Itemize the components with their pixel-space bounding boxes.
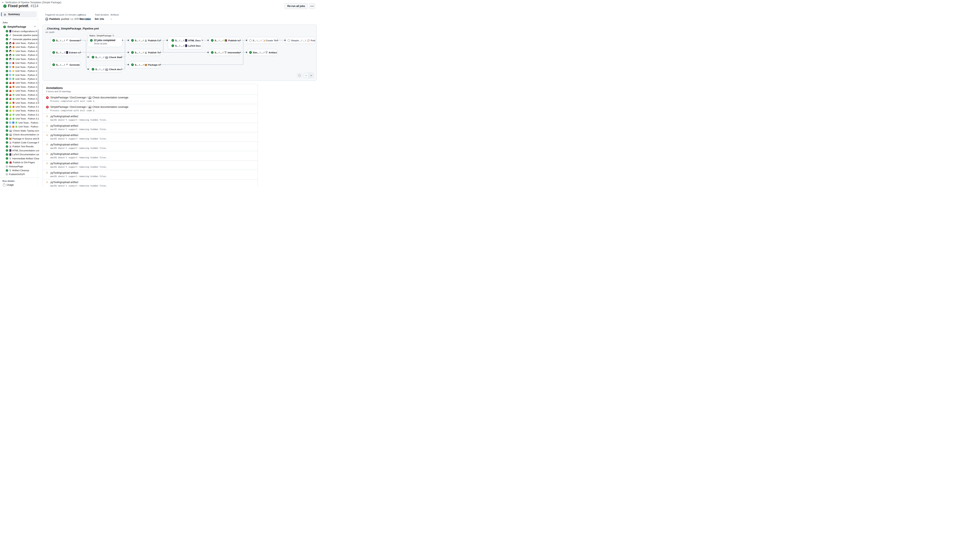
sidebar-job-item[interactable]: LaTeX Documentation using ... [0,152,39,157]
sidebar-item-summary[interactable]: Summary [2,11,37,17]
sidebar-job-item[interactable]: Unit Tests - Python 3.12 [0,93,39,97]
zoom-out-button[interactable]: − [303,73,308,78]
job-label: Unit Tests - Python 3.13 [16,97,39,100]
graph-node-gen2[interactable]: S... / ... / Generate pipelin...0s [50,61,80,68]
sidebar-item-usage[interactable]: Usage [0,183,39,187]
sidebar-job-item[interactable]: Unit Tests - Python 3.10 [0,105,39,108]
sidebar-job-item[interactable]: Unit Tests - Python 3.9 [0,41,39,45]
check-icon [6,97,8,100]
sidebar-job-item[interactable]: Unit Tests - Python 3.10 [0,45,39,49]
warn-icon [46,134,49,136]
annotation-warning[interactable]: pyTooling/upload-artifactmacOS doesn't s… [43,132,258,141]
annotation-error[interactable]: SimplePackage / DocCoverage / Check docu… [43,104,258,113]
tux-icon [9,42,11,44]
check-icon [6,102,8,104]
annotation-warning[interactable]: pyTooling/upload-artifactmacOS doesn't s… [43,160,258,170]
workflow-file-name: _Checking_SimplePackage_Pipeline.yml [46,27,99,30]
dot-green-lt-icon [13,54,14,56]
graph-node-pubcov[interactable]: S... / ... / Publish Code C...20s [129,37,160,44]
graph-node-artifact[interactable]: Sim... / ... / Artifact Cleanup4s [247,49,277,56]
sidebar-job-item[interactable]: Unit Tests - Python 3.12 [0,121,39,125]
sidebar-job-item[interactable]: Extract configurations from p... [0,29,39,33]
dot-green-icon [12,78,14,80]
annotation-warning[interactable]: pyTooling/upload-artifactmacOS doesn't s… [43,170,258,179]
sidebar-job-item[interactable]: Unit Tests - Python 3.13 [0,117,39,121]
avatar[interactable] [45,17,48,20]
graph-node-package[interactable]: S... / ... / Package in Sou...18s [129,61,160,68]
graph-node-intermediate[interactable]: S... / ... / Intermediate A...16s [209,49,240,56]
show-all-jobs-link[interactable]: Show all jobs [94,42,122,45]
sidebar-job-item[interactable]: Unit Tests - Python 3.12 [0,113,39,116]
sidebar-job-item[interactable]: Publish Test Results [0,144,39,149]
sidebar-job-item[interactable]: PublishOnPyPI [0,173,39,176]
sidebar-job-item[interactable]: Unit Tests - Python 3.10 [0,85,39,89]
node-prefix: S... / ... / [253,39,261,42]
sidebar-job-item[interactable]: Unit Tests - Python 3.12 [0,125,39,129]
sidebar-job-item[interactable]: Generate pipeline parameters [0,33,39,37]
fullscreen-button[interactable] [297,73,302,78]
annotation-warning[interactable]: pyTooling/upload-artifactmacOS doesn't s… [43,179,258,187]
job-label: Unit Tests - Python 3.10 [16,86,39,88]
node-prefix: S... / ... / [56,64,65,66]
sidebar-job-list: Extract configurations from p...Generate… [0,29,39,176]
graph-node-pypi[interactable]: Simple... / ... / Publish to PyPI [286,37,316,44]
sidebar-job-item[interactable]: Unit Tests - Python 3.9 [0,101,39,105]
more-options-button[interactable]: ••• [309,3,315,9]
node-label: Generate pipelin... [69,64,80,66]
check-icon [92,56,94,58]
sidebar-job-item[interactable]: Unit Tests - Python 3.13 [0,57,39,61]
node-label: Artifact Cleanup [269,51,277,54]
sidebar-job-item[interactable]: Publish to GH-Pages [0,160,39,164]
graph-node-checkdoc[interactable]: S... / ... / Check docume...18s [90,66,121,73]
graph-node-gen1[interactable]: S... / ... / Generate pipelin...0s [50,37,80,44]
sidebar-job-item[interactable]: Unit Tests - Python 3.11 [0,49,39,53]
sidebar-scrollbar-thumb[interactable] [38,29,39,103]
annotation-warning[interactable]: pyTooling/upload-artifactmacOS doesn't s… [43,123,258,132]
graph-node-pubtest[interactable]: S... / ... / Publish Test Re...13s [129,49,160,56]
sidebar-job-item[interactable]: Generate pipeline parameters [0,37,39,41]
sidebar-job-item[interactable]: Unit Tests - Python 3.9 [0,61,39,65]
sidebar-job-item[interactable]: Publish Code Coverage Results [0,141,39,144]
job-label: Unit Tests - Python 3.13 [16,118,39,120]
node-prefix: S... / ... / [135,64,144,66]
dot-red-icon [13,82,14,84]
sidebar-job-item[interactable]: Package in Source and Wheel... [0,136,39,141]
annotation-warning[interactable]: pyTooling/upload-artifactmacOS doesn't s… [43,151,258,160]
sidebar-job-item[interactable]: Unit Tests - Python 3.11 [0,109,39,113]
annotation-error[interactable]: SimplePackage / DocCoverage / Check docu… [43,94,258,104]
rerun-all-jobs-button[interactable]: Re-run all jobs [285,3,308,9]
matrix-node[interactable]: 22 jobs completed Show all jobs [88,37,122,47]
sidebar-job-item[interactable]: Unit Tests - Python 3.13 [0,77,39,81]
workflow-graph-card: _Checking_SimplePackage_Pipeline.yml on:… [42,25,317,81]
graph-node-checkstatic[interactable]: S... / ... / Check Static Ty...17s [90,54,121,61]
node-label: Publish Test Re... [148,51,160,54]
annotation-warning[interactable]: pyTooling/upload-artifactmacOS doesn't s… [43,113,258,123]
sidebar-job-item[interactable]: Unit Tests - Python 3.11 [0,69,39,73]
job-label: Unit Tests - Python 3.12 [16,113,39,116]
sidebar-job-item[interactable]: Unit Tests - Python 3.12 [0,53,39,57]
sidebar-job-item[interactable]: Unit Tests - Python 3.10 [0,65,39,69]
graph-node-extract[interactable]: S... / ... / Extract configur...4s [50,49,80,56]
graph-node-release[interactable]: S... / ... / Create 'Release Pa... [247,37,277,44]
annotation-warning[interactable]: pyTooling/upload-artifactmacOS doesn't s… [43,141,258,151]
duration-value: 5m 14s [95,17,110,20]
sidebar-job-item[interactable]: Unit Tests - Python 3.13 [0,97,39,100]
job-label: Publish Code Coverage Results [13,141,39,144]
sidebar-job-item[interactable]: Unit Tests - Python 3.11 [0,89,39,93]
breadcrumb[interactable]: ← Verification of Pipeline Templates (Si… [2,1,61,4]
sidebar-job-item[interactable]: ReleasePage [0,165,39,168]
graph-node-latex[interactable]: S... / ... / LaTeX Docume...51s [170,42,201,49]
sidebar-job-item[interactable]: Artifact Cleanup [0,168,39,172]
sidebar-job-item[interactable]: Check Static Typing using Pyt... [0,129,39,133]
sidebar-group-simplepackage[interactable]: SimplePackage [0,24,39,29]
sidebar-job-item[interactable]: HTML Documentation using ... [0,149,39,152]
check-icon [6,129,8,132]
eyes-icon [88,106,91,108]
sidebar-job-item[interactable]: Intermediate Artifact Cleanup [0,157,39,160]
actor-name[interactable]: Paebbels [49,17,60,20]
graph-node-ghpages[interactable]: S... / ... / Publish to GH-P...7s [209,37,240,44]
sidebar-job-item[interactable]: Unit Tests - Python 3.9 [0,81,39,85]
zoom-in-button[interactable]: + [308,73,313,78]
sidebar-job-item[interactable]: Check documentation covera... [0,133,39,136]
sidebar-job-item[interactable]: Unit Tests - Python 3.12 [0,73,39,77]
